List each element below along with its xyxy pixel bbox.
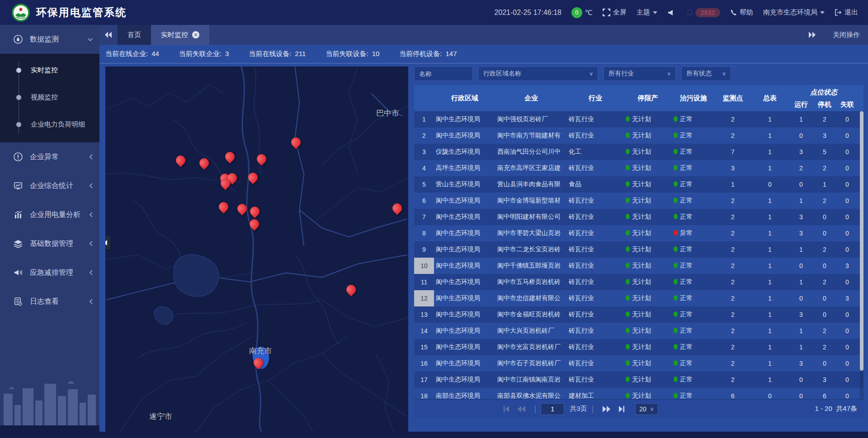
sidebar-subitem-3[interactable]: 企业电力负荷明细	[0, 111, 99, 138]
table-row[interactable]: 4高坪生态环境局南充市高坪区王家店建砖瓦行业无计划正常31220	[414, 160, 863, 176]
table-row[interactable]: 10阆中生态环境局阆中千佛镇五郎垭页岩砖瓦行业无计划正常21003	[414, 258, 863, 274]
cell-lost: 0	[836, 148, 858, 155]
panel-collapse-button[interactable]	[105, 236, 111, 250]
cell-company: 阆中市二龙长宝页岩砖	[495, 245, 567, 254]
table-row[interactable]: 15阆中生态环境局阆中市光富页岩机砖厂砖瓦行业无计划正常21120	[414, 339, 863, 355]
table-row[interactable]: 17阆中生态环境局阆中市江南镇阆南页岩砖瓦行业无计划正常21030	[414, 372, 863, 388]
col-region: 行政区域	[434, 85, 495, 111]
sidebar-item-7[interactable]: 日志查看	[0, 287, 99, 316]
cell-stop-status: 无计划	[624, 343, 672, 351]
table-row[interactable]: 1阆中生态环境局阆中强锐页岩砖厂砖瓦行业无计划正常21120	[414, 111, 863, 127]
cell-company: 阆中市江南镇阆南页岩	[495, 376, 567, 384]
cell-run: 1	[789, 344, 813, 351]
table-row[interactable]: 6阆中生态环境局阆中市金博瑞新型墙材砖瓦行业无计划正常21120	[414, 193, 863, 209]
cell-company: 阆中市石子页岩机砖厂	[495, 359, 567, 367]
next-page-button[interactable]	[602, 406, 610, 412]
sidebar-item-3[interactable]: 企业综合统计	[0, 171, 99, 200]
cell-halt: 5	[813, 148, 836, 155]
bullet-dot-icon	[16, 122, 21, 127]
cell-stop-status: 无计划	[624, 213, 672, 221]
cell-company: 阆中强锐页岩砖厂	[495, 115, 567, 123]
sidebar-item-4[interactable]: 企业用电量分析	[0, 200, 99, 229]
region-select[interactable]: 行政区域名称∨	[478, 66, 598, 81]
col-lost: 失联	[836, 98, 858, 111]
notifications[interactable]: 2632	[686, 8, 720, 17]
tab-2[interactable]: 实时监控✕	[151, 25, 209, 45]
status-dot-icon	[674, 181, 678, 187]
prev-page-button[interactable]	[518, 406, 526, 412]
app-root: 环保用电监管系统 2021-02-25 17:46:18 0 ℃ 全屏 主题	[0, 0, 868, 438]
app-title: 环保用电监管系统	[36, 5, 127, 19]
table-row[interactable]: 11阆中生态环境局阆中市五马桥页岩机砖砖瓦行业无计划正常21120	[414, 274, 863, 290]
table-row[interactable]: 5营山生态环境局营山县润丰肉食品有限食品无计划正常10010	[414, 176, 863, 193]
cell-industry: 砖瓦行业	[567, 164, 624, 172]
cell-stop-status: 无计划	[624, 311, 672, 319]
table-row[interactable]: 13阆中生态环境局阆中市金福旺页岩机砖砖瓦行业无计划正常21300	[414, 306, 863, 323]
cell-run: 3	[789, 360, 813, 367]
cell-region: 南部生态环境局	[434, 392, 495, 399]
table-scrollbar[interactable]	[860, 111, 863, 399]
sidebar-subitem-1[interactable]: 实时监控	[0, 57, 99, 84]
tab-1[interactable]: 首页	[118, 25, 151, 45]
page-number-input[interactable]	[541, 403, 564, 415]
mute-button[interactable]	[667, 9, 676, 16]
cell-region: 阆中生态环境局	[434, 115, 495, 123]
table-row[interactable]: 3仪陇生态环境局西南油气田分公司川中化工无计划正常71350	[414, 144, 863, 160]
table-row[interactable]: 12阆中生态环境局阆中市忠信建材有限公砖瓦行业无计划正常21003	[414, 290, 863, 306]
sidebar-item-1[interactable]: 数据监测	[0, 25, 99, 54]
cell-industry: 砖瓦行业	[567, 343, 624, 351]
cell-facility-status: 正常	[672, 245, 715, 254]
fullscreen-button[interactable]: 全屏	[603, 8, 627, 17]
status-dot-icon	[626, 377, 630, 382]
cell-run: 3	[789, 311, 813, 318]
table-row[interactable]: 8阆中生态环境局阆中市枣碧大梁山页岩砖瓦行业无计划异常21300	[414, 225, 863, 241]
table-row[interactable]: 2阆中生态环境局阆中市南方节能建材有砖瓦行业无计划正常21030	[414, 127, 863, 144]
cell-monitor-points: 2	[715, 295, 750, 302]
map-panel[interactable]: 巴中市南充市遂宁市	[105, 66, 408, 432]
table-row[interactable]: 7阆中生态环境局阆中明阳建材有限公司砖瓦行业无计划正常21300	[414, 209, 863, 225]
cell-stop-status: 无计划	[624, 132, 672, 140]
chevron-left-icon	[89, 154, 93, 160]
industry-select[interactable]: 所有行业∨	[604, 66, 676, 81]
cell-total-meter: 0	[750, 181, 789, 188]
cell-company: 西南油气田分公司川中	[495, 148, 567, 156]
cell-facility-status: 正常	[672, 392, 715, 399]
first-page-button[interactable]	[503, 406, 509, 412]
cell-index: 5	[414, 176, 434, 193]
cell-region: 阆中生态环境局	[434, 197, 495, 205]
cell-halt: 0	[813, 262, 836, 269]
table-row[interactable]: 9阆中生态环境局阆中市二龙长宝页岩砖砖瓦行业无计划正常21120	[414, 241, 863, 258]
logout-button[interactable]: 退出	[835, 8, 858, 17]
cell-facility-status: 正常	[672, 213, 715, 221]
cell-industry: 砖瓦行业	[567, 376, 624, 384]
sidebar-item-2[interactable]: 企业异常	[0, 142, 99, 171]
temperature: 0 ℃	[571, 7, 593, 18]
status-dot-icon	[626, 295, 630, 301]
tabs-scroll-left-button[interactable]	[99, 25, 118, 45]
sidebar-item-5[interactable]: 基础数据管理	[0, 229, 99, 258]
chevron-left-icon	[105, 240, 107, 245]
name-search-input[interactable]	[414, 66, 473, 81]
cell-monitor-points: 2	[715, 360, 750, 367]
user-org-dropdown[interactable]: 南充市生态环境局	[763, 8, 825, 17]
cell-monitor-points: 2	[715, 327, 750, 334]
table-row[interactable]: 14阆中生态环境局阆中大兴页岩机砖厂砖瓦行业无计划正常21120	[414, 323, 863, 339]
cell-lost: 0	[836, 360, 858, 367]
last-page-button[interactable]	[618, 406, 625, 412]
status-select[interactable]: 所有状态∨	[681, 66, 731, 81]
page-size-select[interactable]: 20∨	[635, 403, 658, 415]
cell-monitor-points: 2	[715, 278, 750, 286]
tabs-scroll-right-button[interactable]	[803, 32, 821, 38]
cell-region: 阆中生态环境局	[434, 343, 495, 351]
help-button[interactable]: 帮助	[730, 8, 753, 17]
status-dot-icon	[674, 230, 678, 235]
theme-dropdown[interactable]: 主题	[637, 8, 657, 17]
cell-index: 17	[414, 372, 434, 388]
table-row[interactable]: 16阆中生态环境局阆中市石子页岩机砖厂砖瓦行业无计划正常21300	[414, 355, 863, 372]
table-row[interactable]: 18南部生态环境局南部县双佛水泥有限公建材加工无计划正常60060	[414, 388, 863, 399]
sidebar-subitem-2[interactable]: 视频监控	[0, 84, 99, 111]
chevron-left-icon	[89, 212, 93, 218]
sidebar-item-6[interactable]: 应急减排管理	[0, 258, 99, 287]
tab-close-icon[interactable]: ✕	[192, 31, 199, 38]
close-operations-button[interactable]: 关闭操作	[833, 31, 860, 39]
